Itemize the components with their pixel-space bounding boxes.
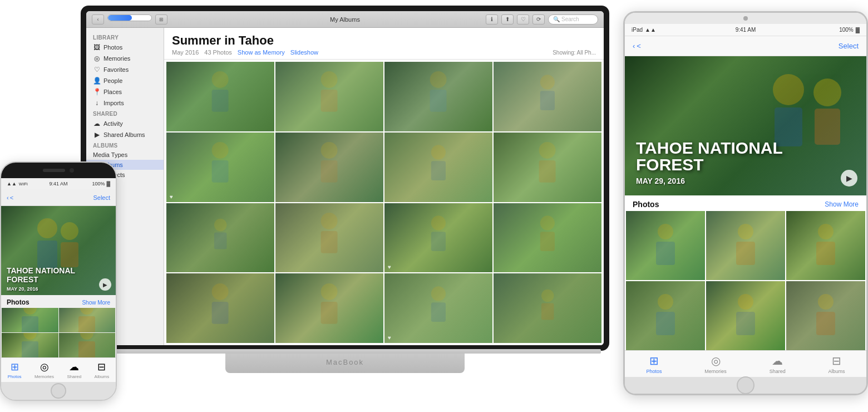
svg-point-12 xyxy=(431,145,446,160)
sidebar-item-shared-albums[interactable]: ▶ Shared Albums xyxy=(86,129,164,140)
ipad-photo-5-overlay xyxy=(706,281,785,350)
iphone-select-button[interactable]: Select xyxy=(93,194,110,201)
svg-rect-55 xyxy=(656,312,675,335)
rotate-button[interactable]: ⟳ xyxy=(532,14,545,24)
ipad-tab-shared[interactable]: ☁ Shared xyxy=(770,354,786,374)
ipad-tab-albums[interactable]: ⊟ Albums xyxy=(828,354,845,374)
ipad-tab-photos[interactable]: ⊞ Photos xyxy=(646,354,662,374)
ipad-photo-2[interactable] xyxy=(706,211,785,280)
photo-cell-5[interactable]: ♥ xyxy=(166,133,274,202)
svg-rect-19 xyxy=(321,231,338,253)
iphone-photo-3[interactable] xyxy=(2,333,58,357)
photo-cell-6[interactable] xyxy=(275,133,383,202)
svg-point-22 xyxy=(540,216,555,230)
iphone-photo-1[interactable] xyxy=(2,308,58,332)
iphone-tab-albums[interactable]: ⊟ Albums xyxy=(95,361,110,379)
search-box[interactable]: 🔍 Search xyxy=(548,14,598,24)
ipad-photo-1[interactable] xyxy=(626,211,705,280)
mac-main-header: Summer in Tahoe May 2016 43 Photos Show … xyxy=(164,28,604,60)
ipad-home-button[interactable] xyxy=(737,376,754,394)
ipad-status-bar: iPad ▲▲ 9:41 AM 100% ▓ xyxy=(625,24,866,36)
macbook-base: MacBook xyxy=(225,354,465,373)
heart-button[interactable]: ♡ xyxy=(517,14,529,24)
photo-cell-8[interactable] xyxy=(494,133,601,202)
titlebar-actions: ℹ ⬆ ♡ ⟳ 🔍 Search xyxy=(486,14,598,24)
svg-point-24 xyxy=(212,283,229,300)
photo-cell-4[interactable] xyxy=(494,62,601,131)
ipad-back-button[interactable]: ‹ < xyxy=(633,42,641,50)
shared-tab-icon: ☁ xyxy=(69,361,79,373)
iphone-back-button[interactable]: ‹ < xyxy=(7,194,13,201)
photo-cell-1[interactable] xyxy=(166,62,274,131)
photo-cell-16[interactable] xyxy=(494,273,601,343)
macbook-screen-inner: ‹ ⊞ My Albums ℹ ⬆ ♡ ⟳ 🔍 Search xyxy=(86,11,604,345)
photo-cell-15[interactable]: ♥ xyxy=(384,273,492,343)
ipad-show-more-link[interactable]: Show More xyxy=(825,200,859,208)
photo-cell-3[interactable] xyxy=(384,62,492,131)
ipad-photo-4[interactable] xyxy=(626,281,705,350)
iphone-tab-photos[interactable]: ⊞ Photos xyxy=(8,361,22,379)
share-button[interactable]: ⬆ xyxy=(501,14,514,24)
iphone-home-button[interactable] xyxy=(51,383,66,399)
photo-cell-10[interactable] xyxy=(275,203,383,273)
photo-cell-12[interactable] xyxy=(494,203,601,273)
macbook-titlebar: ‹ ⊞ My Albums ℹ ⬆ ♡ ⟳ 🔍 Search xyxy=(86,11,604,28)
photo-overlay-4 xyxy=(494,62,601,131)
iphone-tab-shared[interactable]: ☁ Shared xyxy=(67,361,81,379)
ipad-status-left: iPad ▲▲ xyxy=(632,27,656,33)
sidebar-item-people[interactable]: 👤 People xyxy=(86,75,164,86)
photo-cell-14[interactable] xyxy=(275,273,383,343)
photo-cell-9[interactable] xyxy=(166,203,274,273)
ipad-photo-5[interactable] xyxy=(706,281,785,350)
iphone-status-right: 100% ▓ xyxy=(92,181,110,187)
ipad-status-right: 100% ▓ xyxy=(839,27,860,33)
sidebar-item-imports[interactable]: ↓ Imports xyxy=(86,97,164,109)
ipad-photos-tab-icon: ⊞ xyxy=(649,354,659,367)
sidebar-item-activity[interactable]: ☁ Activity xyxy=(86,118,164,129)
sidebar-label-imports: Imports xyxy=(103,100,124,106)
iphone-photo-4[interactable] xyxy=(59,333,116,357)
ipad-photo-6[interactable] xyxy=(786,281,865,350)
sidebar-item-media-types[interactable]: Media Types xyxy=(86,150,164,160)
ipad-tab-memories[interactable]: ◎ Memories xyxy=(704,354,727,374)
svg-point-26 xyxy=(321,283,338,300)
show-as-memory-link[interactable]: Show as Memory xyxy=(238,49,285,56)
iphone-screen: ▲▲ WiFi 9:41 AM 100% ▓ ‹ < Select xyxy=(1,178,116,382)
iphone-body: ▲▲ WiFi 9:41 AM 100% ▓ ‹ < Select xyxy=(0,161,117,401)
ipad-photos-label: Photos xyxy=(633,200,659,209)
back-button[interactable]: ‹ xyxy=(92,14,104,24)
sidebar-item-places[interactable]: 📍 Places xyxy=(86,86,164,97)
iphone-play-button[interactable]: ▶ xyxy=(99,278,111,291)
ipad-play-button[interactable]: ▶ xyxy=(841,170,857,187)
ipad-memories-tab-icon: ◎ xyxy=(711,354,721,367)
photo-cell-7[interactable] xyxy=(384,133,492,202)
svg-point-20 xyxy=(431,216,446,230)
svg-rect-57 xyxy=(736,312,755,335)
ipad-home-area xyxy=(625,377,866,394)
svg-rect-11 xyxy=(321,160,338,183)
ipad-nav-bar: ‹ < Select xyxy=(625,36,866,56)
sidebar-item-memories[interactable]: ◎ Memories xyxy=(86,53,164,64)
photo-overlay-11 xyxy=(384,203,492,273)
photo-cell-11[interactable]: ♥ xyxy=(384,203,492,273)
photo-overlay-7 xyxy=(384,133,492,202)
sidebar-item-photos[interactable]: 🖼 Photos xyxy=(86,42,164,53)
svg-point-56 xyxy=(738,294,753,310)
svg-point-50 xyxy=(738,224,753,239)
photo-cell-13[interactable] xyxy=(166,273,274,343)
showing-label: Showing: All Ph... xyxy=(553,50,596,56)
ipad-select-button[interactable]: Select xyxy=(839,42,859,50)
sidebar-item-favorites[interactable]: ♡ Favorites xyxy=(86,64,164,75)
ipad-photo-3[interactable] xyxy=(786,211,865,280)
iphone-show-more-link[interactable]: Show More xyxy=(82,300,110,306)
svg-point-36 xyxy=(23,308,37,315)
slideshow-link[interactable]: Slideshow xyxy=(290,49,318,56)
forward-button[interactable]: ⊞ xyxy=(155,14,167,24)
photos-icon: 🖼 xyxy=(93,43,101,51)
info-button[interactable]: ℹ xyxy=(486,14,498,24)
svg-point-6 xyxy=(540,75,555,89)
iphone-photo-2[interactable] xyxy=(59,308,116,332)
iphone-tab-memories[interactable]: ◎ Memories xyxy=(34,361,54,379)
svg-rect-15 xyxy=(539,160,556,183)
photo-cell-2[interactable] xyxy=(275,62,383,131)
